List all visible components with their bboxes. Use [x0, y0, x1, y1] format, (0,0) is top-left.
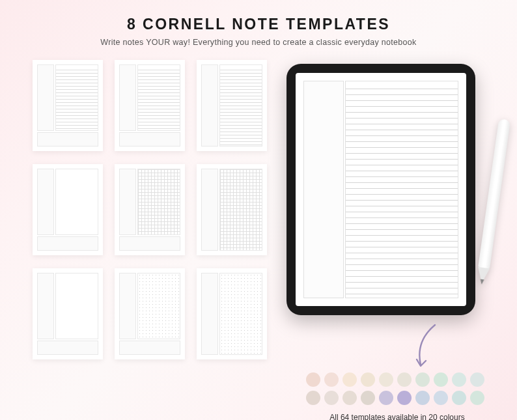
cue-column: [119, 273, 136, 339]
cue-column: [119, 169, 136, 235]
color-swatch: [397, 372, 412, 387]
color-swatch: [324, 372, 339, 387]
cue-column: [201, 273, 218, 355]
cue-column: [37, 169, 54, 235]
cue-column: [37, 273, 54, 339]
tablet-screen: [296, 73, 466, 306]
cue-column: [201, 64, 218, 147]
color-swatch: [470, 391, 484, 405]
color-swatch: [434, 391, 448, 405]
color-swatch: [397, 391, 412, 405]
summary-row: [119, 236, 180, 251]
notes-column: [219, 273, 262, 355]
content-row: All 64 templates available in 20 colours: [0, 47, 517, 359]
screen-notes-column: [345, 81, 458, 298]
notes-column: [219, 64, 262, 147]
template-card: [115, 268, 185, 359]
page-title: 8 CORNELL NOTE TEMPLATES: [0, 16, 517, 33]
template-card: [197, 60, 267, 151]
page-subtitle: Write notes YOUR way! Everything you nee…: [0, 38, 517, 47]
notes-column: [219, 169, 262, 251]
summary-row: [37, 132, 98, 147]
color-swatch: [324, 391, 339, 405]
color-swatch: [434, 372, 448, 387]
template-grid: [33, 60, 267, 359]
color-swatch: [379, 372, 393, 387]
template-card: [33, 60, 103, 151]
summary-row: [37, 236, 98, 251]
color-swatch: [342, 391, 357, 405]
device-area: All 64 templates available in 20 colours: [286, 60, 491, 359]
notes-column: [55, 169, 98, 235]
cue-column: [201, 169, 218, 251]
arrow-icon: [402, 322, 448, 374]
color-swatches: [306, 372, 484, 405]
color-swatch: [361, 391, 375, 405]
color-swatch: [452, 391, 466, 405]
notes-column: [55, 273, 98, 339]
screen-cornell-body: [303, 81, 458, 298]
color-swatch: [415, 391, 430, 405]
color-swatch: [306, 372, 320, 387]
swatch-caption: All 64 templates available in 20 colours: [306, 413, 488, 420]
header: 8 CORNELL NOTE TEMPLATES Write notes YOU…: [0, 0, 517, 47]
screen-cue-column: [303, 81, 344, 298]
cue-column: [119, 64, 136, 131]
template-card: [197, 164, 267, 255]
color-swatch: [361, 372, 375, 387]
template-card: [115, 60, 185, 151]
color-swatch: [415, 372, 430, 387]
color-swatch: [342, 372, 357, 387]
notes-column: [55, 64, 98, 131]
tablet-device: [286, 64, 475, 315]
template-card: [115, 164, 185, 255]
summary-row: [119, 132, 180, 147]
template-card: [33, 164, 103, 255]
template-card: [197, 268, 267, 359]
cue-column: [37, 64, 54, 131]
notes-column: [137, 64, 180, 131]
color-swatch: [306, 391, 320, 405]
color-swatch: [470, 372, 484, 387]
color-swatch: [379, 391, 393, 405]
notes-column: [137, 273, 180, 339]
stylus-pencil: [473, 119, 510, 307]
color-swatch: [452, 372, 466, 387]
template-card: [33, 268, 103, 359]
notes-column: [137, 169, 180, 235]
summary-row: [119, 341, 180, 355]
summary-row: [37, 341, 98, 355]
